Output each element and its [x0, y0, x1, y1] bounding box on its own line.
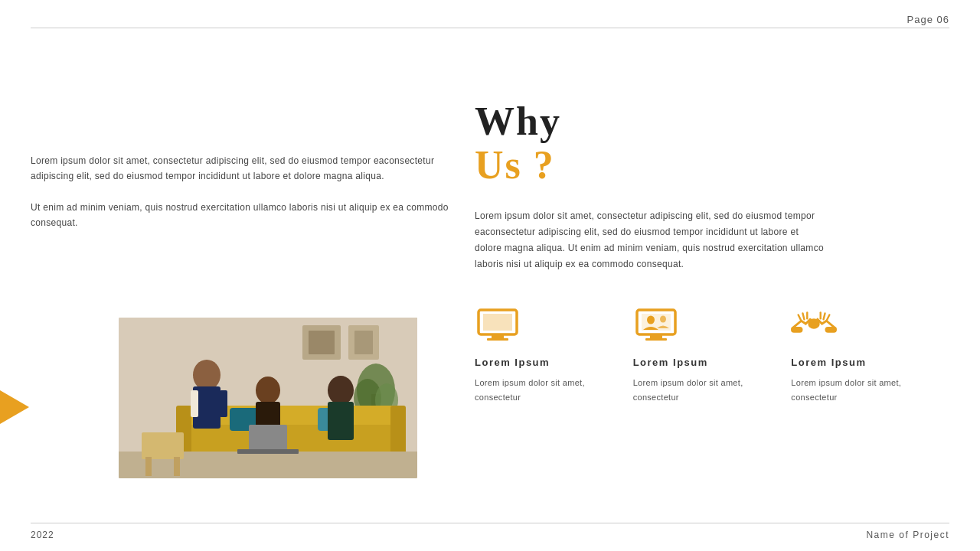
footer-project-name: Name of Project: [866, 530, 949, 540]
left-column: Lorem ipsum dolor sit amet, consectetur …: [31, 61, 452, 231]
bottom-divider: [31, 523, 949, 523]
heading-why: Why: [475, 99, 949, 143]
svg-rect-18: [191, 390, 198, 417]
feature-item-1: Lorem Ipsum Lorem ipsum dolor sit amet, …: [475, 306, 633, 404]
svg-point-22: [328, 376, 354, 405]
handshake-icon: [791, 306, 837, 344]
svg-rect-30: [483, 314, 512, 331]
svg-rect-31: [492, 334, 504, 338]
feature-item-3: Lorem Ipsum Lorem ipsum dolor sit amet, …: [791, 306, 949, 404]
team-photo: [119, 318, 417, 478]
page-number: Page 06: [907, 14, 949, 25]
top-divider: [31, 28, 949, 28]
svg-rect-38: [645, 338, 667, 341]
monitor-icon: [475, 306, 521, 344]
feature-3-desc: Lorem ipsum dolor sit amet, consectetur: [791, 376, 934, 404]
feature-2-title: Lorem Ipsum: [633, 357, 776, 368]
svg-rect-3: [309, 331, 335, 354]
svg-rect-37: [650, 334, 662, 338]
svg-point-20: [256, 377, 280, 404]
right-body-text: Lorem ipsum dolor sit amet, consectetur …: [475, 208, 827, 272]
svg-rect-28: [174, 457, 180, 476]
svg-rect-4: [354, 331, 373, 354]
feature-1-desc: Lorem ipsum dolor sit amet, consectetur: [475, 376, 618, 404]
scene-svg: [119, 318, 417, 478]
users-icon: [633, 306, 679, 344]
svg-rect-32: [487, 338, 508, 341]
svg-rect-41: [825, 327, 837, 333]
features-row: Lorem Ipsum Lorem ipsum dolor sit amet, …: [475, 306, 949, 404]
heading-us: Us ?: [475, 143, 949, 187]
left-para-1: Lorem ipsum dolor sit amet, consectetur …: [31, 153, 452, 184]
feature-1-title: Lorem Ipsum: [475, 357, 618, 368]
svg-rect-24: [249, 425, 287, 452]
right-column: Why Us ? Lorem ipsum dolor sit amet, con…: [475, 61, 949, 272]
photo-scene: [119, 318, 417, 478]
feature-2-desc: Lorem ipsum dolor sit amet, consectetur: [633, 376, 776, 404]
left-text-block: Lorem ipsum dolor sit amet, consectetur …: [31, 153, 452, 231]
svg-point-39: [808, 318, 820, 329]
svg-rect-40: [791, 327, 802, 333]
feature-3-title: Lorem Ipsum: [791, 357, 934, 368]
svg-point-35: [647, 316, 655, 324]
feature-item-2: Lorem Ipsum Lorem ipsum dolor sit amet, …: [633, 306, 792, 404]
svg-rect-27: [145, 457, 152, 476]
left-arrow-icon: [0, 390, 29, 424]
svg-rect-19: [220, 390, 227, 417]
svg-point-36: [660, 316, 666, 323]
svg-rect-23: [328, 402, 354, 440]
svg-rect-26: [142, 432, 184, 459]
svg-rect-25: [237, 449, 299, 454]
left-para-2: Ut enim ad minim veniam, quis nostrud ex…: [31, 200, 452, 231]
footer-year: 2022: [31, 530, 54, 540]
svg-point-16: [193, 360, 220, 390]
